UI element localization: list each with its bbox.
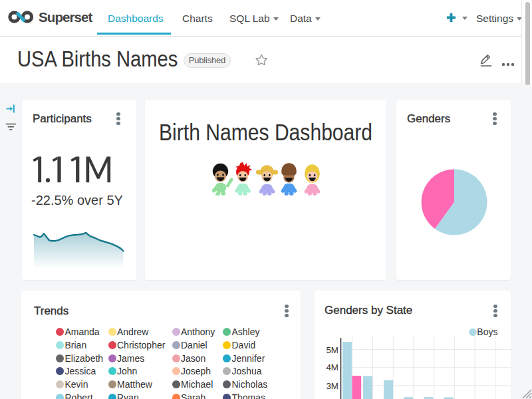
- svg-text:3M: 3M: [326, 381, 338, 391]
- svg-text:5M: 5M: [326, 345, 338, 355]
- svg-text:4M: 4M: [326, 362, 338, 372]
